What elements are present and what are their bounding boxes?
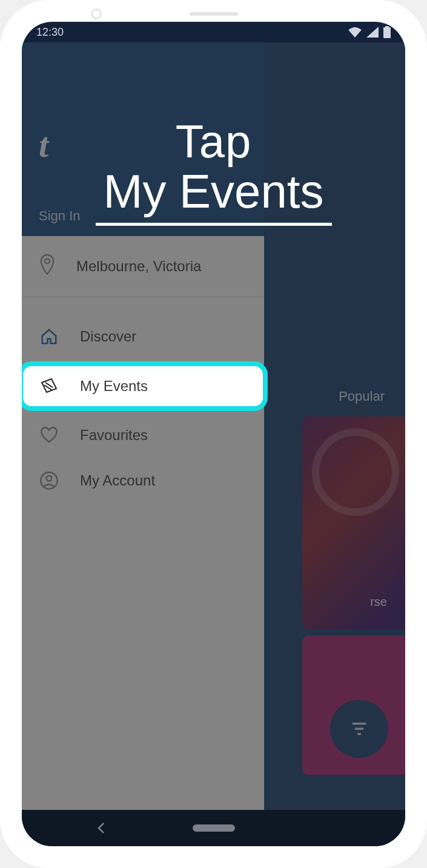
back-icon[interactable] (96, 822, 108, 834)
drawer-item-favourites[interactable]: Favourites (22, 415, 264, 456)
instruction-line1: Tap (22, 115, 405, 168)
drawer-item-label: Discover (80, 328, 136, 345)
device-screen: 12:30 Popular rse (22, 22, 405, 846)
drawer-menu: Discover My Events Favourites (22, 297, 264, 505)
status-bar: 12:30 (22, 22, 405, 42)
location-pin-icon (39, 254, 56, 278)
android-navbar (22, 810, 405, 846)
status-icons (348, 26, 391, 38)
status-time: 12:30 (36, 26, 64, 39)
account-icon (39, 472, 59, 490)
event-card-caption: rse (370, 595, 387, 609)
heart-icon (39, 427, 59, 444)
drawer-item-label: My Events (80, 378, 148, 395)
drawer-item-my-events[interactable]: My Events (22, 361, 268, 411)
instruction-underline (96, 223, 332, 226)
svg-rect-0 (383, 27, 391, 38)
filter-fab[interactable] (330, 700, 388, 758)
signal-icon (366, 27, 379, 38)
svg-rect-1 (385, 26, 389, 28)
speaker-slit (190, 12, 238, 16)
battery-icon (383, 26, 391, 38)
instruction-overlay: Tap My Events (22, 115, 405, 226)
home-pill[interactable] (193, 824, 235, 832)
svg-point-5 (45, 258, 50, 263)
drawer-item-label: Favourites (80, 427, 148, 444)
drawer-location[interactable]: Melbourne, Victoria (22, 236, 264, 297)
svg-point-9 (47, 476, 52, 481)
ticket-icon (39, 377, 59, 395)
filter-icon (349, 718, 369, 739)
tab-popular[interactable]: Popular (339, 389, 385, 404)
instruction-line2: My Events (103, 164, 323, 219)
drawer-item-label: My Account (80, 472, 155, 489)
drawer-item-my-account[interactable]: My Account (22, 459, 264, 502)
drawer-location-label: Melbourne, Victoria (76, 258, 201, 275)
event-card[interactable]: rse (302, 416, 405, 630)
drawer-item-discover[interactable]: Discover (22, 315, 264, 358)
device-frame: 12:30 Popular rse (0, 0, 427, 868)
wifi-icon (348, 27, 362, 38)
home-icon (39, 327, 59, 346)
camera-dot (91, 8, 102, 19)
